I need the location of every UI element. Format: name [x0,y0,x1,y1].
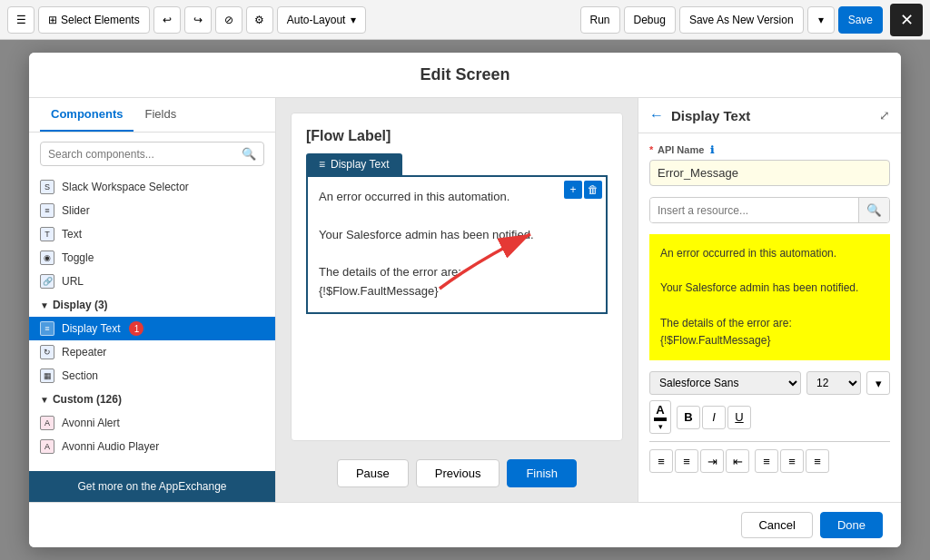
right-panel-body: * API Name ℹ 🔍 An error occurred i [638,133,901,502]
done-btn[interactable]: Done [820,512,883,538]
save-btn[interactable]: Save [838,6,883,34]
tab-components[interactable]: Components [40,98,134,132]
info-icon: ℹ [710,144,714,155]
canvas-buttons: Pause Previous Finish [291,459,623,487]
stop-btn[interactable]: ⊘ [215,6,242,34]
display-text-tab: ≡ Display Text [306,153,402,175]
comp-label-avonni-audio: Avonni Audio Player [62,440,159,453]
comp-icon-slack: S [40,180,54,194]
font-row: Salesforce Sans 12 ▾ [649,371,890,395]
underline-btn[interactable]: U [727,406,751,429]
color-dropdown-icon: ▾ [658,422,663,431]
middle-panel: [Flow Label] ≡ Display Text + 🗑 An error… [276,98,638,502]
align-btn-group: ≡ ≡ ≡ [755,449,829,473]
appexchange-btn[interactable]: Get more on the AppExchange [29,471,275,502]
preview-line4: {!$Flow.FaultMessage} [660,332,879,349]
comp-label-slack: Slack Workspace Selector [62,181,189,193]
close-btn[interactable]: ✕ [890,4,923,36]
color-letter: A [656,403,664,417]
comp-item-slider[interactable]: ≡ Slider [29,199,275,222]
resource-search-btn[interactable]: 🔍 [858,198,889,222]
comp-item-section[interactable]: ▦ Section [29,364,275,388]
comp-item-avonni-alert[interactable]: A Avonni Alert [29,411,275,435]
comp-item-repeater[interactable]: ↻ Repeater [29,340,275,364]
font-select[interactable]: Salesforce Sans [649,371,801,395]
undo-btn[interactable]: ↩ [153,6,181,34]
display-text-box[interactable]: + 🗑 An error occurred in this automation… [306,175,608,314]
run-btn[interactable]: Run [580,6,620,34]
cursor-icon: ⊞ [48,14,57,26]
expand-btn[interactable]: ⤢ [879,108,890,123]
comp-label-repeater: Repeater [62,346,106,359]
bold-btn[interactable]: B [677,406,700,429]
search-box: 🔍 [40,142,264,166]
resource-input-wrap: 🔍 [649,197,890,223]
right-panel: ← Display Text ⤢ * API Name ℹ [638,98,901,502]
chevron-down-icon: ▼ [40,300,49,310]
size-down-btn[interactable]: ▾ [866,371,890,395]
section-header-custom[interactable]: ▼ Custom (126) [29,388,275,411]
comp-label-display-text: Display Text [62,322,120,335]
back-btn[interactable]: ← [649,107,664,123]
divider [649,441,890,442]
settings-btn[interactable]: ⚙ [246,6,273,34]
box-actions: + 🗑 [564,181,602,199]
toolbar: ☰ ⊞ Select Elements ↩ ↪ ⊘ ⚙ Auto-Layout … [0,0,930,40]
comp-item-toggle[interactable]: ◉ Toggle [29,246,275,270]
indent-btn[interactable]: ⇥ [700,449,724,473]
ordered-list-btn[interactable]: ≡ [675,449,698,473]
section-display-label: Display (3) [53,299,108,311]
comp-item-slack[interactable]: S Slack Workspace Selector [29,175,275,199]
section-custom-label: Custom (126) [53,393,122,406]
align-right-btn[interactable]: ≡ [806,449,829,473]
previous-btn[interactable]: Previous [416,459,500,487]
save-dropdown-btn[interactable]: ▾ [807,6,835,34]
comp-label-slider: Slider [62,204,90,217]
comp-item-avonni-audio[interactable]: A Avonni Audio Player [29,435,275,458]
comp-label-text: Text [62,228,82,241]
comp-item-url[interactable]: 🔗 URL [29,270,275,293]
italic-btn[interactable]: I [702,406,726,429]
comp-badge-display-text: 1 [129,321,143,336]
content-line2: Your Salesforce admin has been notified. [319,226,595,245]
unordered-list-btn[interactable]: ≡ [649,449,673,473]
preview-line1: An error occurred in this automation. [660,245,879,262]
sidebar-toggle-btn[interactable]: ☰ [7,6,35,34]
api-name-input[interactable] [649,160,890,186]
tab-fields[interactable]: Fields [134,98,187,132]
canvas-area: [Flow Label] ≡ Display Text + 🗑 An error… [291,113,623,441]
align-left-btn[interactable]: ≡ [755,449,778,473]
content-line4: {!$Flow.FaultMessage} [319,282,595,301]
finish-btn[interactable]: Finish [507,459,577,487]
resource-input[interactable] [650,199,858,222]
delete-component-btn[interactable]: 🗑 [584,181,602,199]
expand-icon: ⤢ [879,108,890,123]
pause-btn[interactable]: Pause [337,459,409,487]
section-header-display[interactable]: ▼ Display (3) [29,293,275,317]
search-icon: 🔍 [242,147,256,161]
search-input[interactable] [48,148,236,161]
color-picker-btn[interactable]: A ▾ [649,400,671,434]
panel-tabs: Components Fields [29,98,275,133]
modal-body: Components Fields 🔍 S Slack Workspace Se… [29,98,901,502]
comp-icon-display-text: ≡ [40,321,54,336]
comp-label-section: Section [62,369,98,382]
select-elements-btn[interactable]: ⊞ Select Elements [38,6,150,34]
style-row: A ▾ B I [649,400,890,434]
add-component-btn[interactable]: + [564,181,582,199]
debug-btn[interactable]: Debug [624,6,676,34]
preview-line3: The details of the error are: [660,315,879,332]
size-select[interactable]: 12 [806,371,861,395]
right-panel-header: ← Display Text ⤢ [638,98,901,133]
chevron-down-icon: ▾ [351,14,356,26]
component-list: S Slack Workspace Selector ≡ Slider T Te… [29,175,275,471]
save-as-version-btn[interactable]: Save As New Version [679,6,804,34]
auto-layout-btn[interactable]: Auto-Layout ▾ [277,6,367,34]
redo-btn[interactable]: ↪ [184,6,212,34]
align-center-btn[interactable]: ≡ [780,449,804,473]
cancel-btn[interactable]: Cancel [741,512,812,538]
comp-icon-section: ▦ [40,368,54,383]
outdent-btn[interactable]: ⇤ [726,449,749,473]
comp-item-display-text[interactable]: ≡ Display Text 1 [29,317,275,340]
comp-item-text[interactable]: T Text [29,222,275,246]
